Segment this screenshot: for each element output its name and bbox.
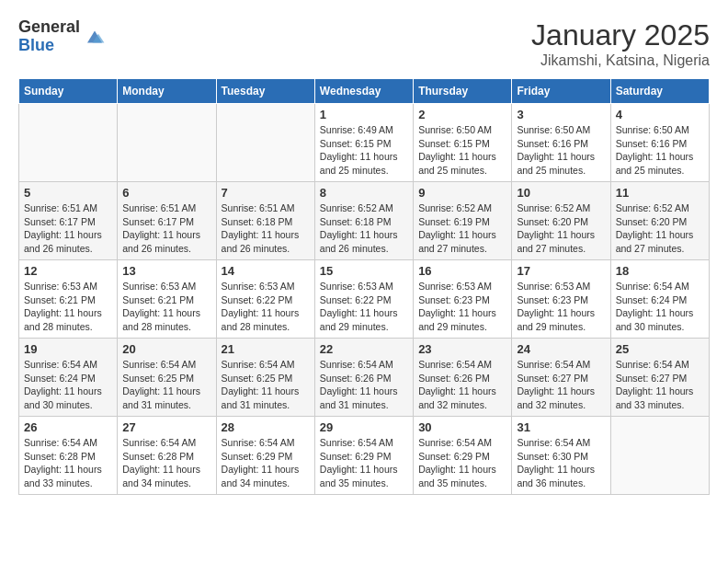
day-number: 15 bbox=[320, 264, 408, 278]
calendar-cell: 25Sunrise: 6:54 AMSunset: 6:27 PMDayligh… bbox=[610, 339, 709, 417]
calendar-cell: 17Sunrise: 6:53 AMSunset: 6:23 PMDayligh… bbox=[512, 260, 610, 339]
day-number: 22 bbox=[320, 342, 408, 356]
day-info: Sunrise: 6:49 AMSunset: 6:15 PMDaylight:… bbox=[320, 123, 408, 178]
calendar-week-row: 26Sunrise: 6:54 AMSunset: 6:28 PMDayligh… bbox=[19, 417, 710, 495]
day-info: Sunrise: 6:53 AMSunset: 6:22 PMDaylight:… bbox=[320, 280, 408, 334]
calendar-cell: 23Sunrise: 6:54 AMSunset: 6:26 PMDayligh… bbox=[414, 339, 512, 417]
day-info: Sunrise: 6:54 AMSunset: 6:28 PMDaylight:… bbox=[24, 436, 112, 490]
day-number: 2 bbox=[418, 108, 506, 121]
calendar-week-row: 12Sunrise: 6:53 AMSunset: 6:21 PMDayligh… bbox=[19, 260, 710, 339]
calendar-cell: 15Sunrise: 6:53 AMSunset: 6:22 PMDayligh… bbox=[314, 260, 413, 339]
calendar-table: SundayMondayTuesdayWednesdayThursdayFrid… bbox=[18, 78, 710, 495]
day-info: Sunrise: 6:54 AMSunset: 6:26 PMDaylight:… bbox=[418, 358, 506, 412]
day-info: Sunrise: 6:54 AMSunset: 6:25 PMDaylight:… bbox=[222, 358, 310, 412]
day-info: Sunrise: 6:53 AMSunset: 6:22 PMDaylight:… bbox=[222, 280, 310, 334]
day-number: 20 bbox=[122, 342, 210, 356]
calendar-cell: 30Sunrise: 6:54 AMSunset: 6:29 PMDayligh… bbox=[414, 417, 512, 495]
calendar-cell: 31Sunrise: 6:54 AMSunset: 6:30 PMDayligh… bbox=[512, 417, 610, 495]
calendar-cell: 14Sunrise: 6:53 AMSunset: 6:22 PMDayligh… bbox=[216, 260, 314, 339]
weekday-header: Monday bbox=[118, 79, 216, 104]
day-info: Sunrise: 6:54 AMSunset: 6:29 PMDaylight:… bbox=[418, 436, 506, 490]
calendar-cell: 8Sunrise: 6:52 AMSunset: 6:18 PMDaylight… bbox=[314, 182, 413, 260]
calendar-cell bbox=[19, 104, 118, 182]
day-info: Sunrise: 6:53 AMSunset: 6:21 PMDaylight:… bbox=[122, 280, 210, 334]
day-info: Sunrise: 6:54 AMSunset: 6:28 PMDaylight:… bbox=[122, 436, 210, 490]
day-number: 24 bbox=[517, 342, 605, 356]
calendar-cell: 2Sunrise: 6:50 AMSunset: 6:15 PMDaylight… bbox=[414, 104, 512, 182]
calendar-cell: 19Sunrise: 6:54 AMSunset: 6:24 PMDayligh… bbox=[19, 339, 118, 417]
day-info: Sunrise: 6:54 AMSunset: 6:24 PMDaylight:… bbox=[24, 358, 112, 412]
day-number: 16 bbox=[418, 264, 506, 278]
calendar-cell: 9Sunrise: 6:52 AMSunset: 6:19 PMDaylight… bbox=[414, 182, 512, 260]
logo-general: General bbox=[18, 18, 80, 37]
weekday-header: Thursday bbox=[414, 79, 512, 104]
day-number: 7 bbox=[222, 186, 310, 200]
day-info: Sunrise: 6:53 AMSunset: 6:23 PMDaylight:… bbox=[517, 280, 605, 334]
day-info: Sunrise: 6:54 AMSunset: 6:30 PMDaylight:… bbox=[517, 436, 605, 490]
calendar-cell: 27Sunrise: 6:54 AMSunset: 6:28 PMDayligh… bbox=[118, 417, 216, 495]
day-number: 25 bbox=[616, 342, 704, 356]
day-info: Sunrise: 6:52 AMSunset: 6:20 PMDaylight:… bbox=[616, 201, 704, 256]
day-number: 21 bbox=[222, 342, 310, 356]
day-number: 19 bbox=[24, 342, 112, 356]
calendar-week-row: 19Sunrise: 6:54 AMSunset: 6:24 PMDayligh… bbox=[19, 339, 710, 417]
day-info: Sunrise: 6:52 AMSunset: 6:19 PMDaylight:… bbox=[418, 201, 506, 256]
weekday-header: Wednesday bbox=[314, 79, 413, 104]
day-info: Sunrise: 6:54 AMSunset: 6:25 PMDaylight:… bbox=[122, 358, 210, 412]
weekday-header: Saturday bbox=[610, 79, 709, 104]
calendar-cell bbox=[610, 417, 709, 495]
calendar-cell: 18Sunrise: 6:54 AMSunset: 6:24 PMDayligh… bbox=[610, 260, 709, 339]
logo: General Blue bbox=[18, 18, 106, 55]
calendar-cell: 4Sunrise: 6:50 AMSunset: 6:16 PMDaylight… bbox=[610, 104, 709, 182]
weekday-header: Tuesday bbox=[216, 79, 314, 104]
calendar-cell: 10Sunrise: 6:52 AMSunset: 6:20 PMDayligh… bbox=[512, 182, 610, 260]
calendar-cell: 6Sunrise: 6:51 AMSunset: 6:17 PMDaylight… bbox=[118, 182, 216, 260]
calendar-cell: 11Sunrise: 6:52 AMSunset: 6:20 PMDayligh… bbox=[610, 182, 709, 260]
calendar-cell bbox=[216, 104, 314, 182]
calendar-cell: 28Sunrise: 6:54 AMSunset: 6:29 PMDayligh… bbox=[216, 417, 314, 495]
logo-blue: Blue bbox=[18, 37, 80, 55]
weekday-header-row: SundayMondayTuesdayWednesdayThursdayFrid… bbox=[19, 79, 710, 104]
day-info: Sunrise: 6:51 AMSunset: 6:17 PMDaylight:… bbox=[122, 201, 210, 256]
calendar-cell: 12Sunrise: 6:53 AMSunset: 6:21 PMDayligh… bbox=[19, 260, 118, 339]
day-info: Sunrise: 6:54 AMSunset: 6:29 PMDaylight:… bbox=[320, 436, 408, 490]
calendar-cell: 3Sunrise: 6:50 AMSunset: 6:16 PMDaylight… bbox=[512, 104, 610, 182]
calendar-cell bbox=[118, 104, 216, 182]
day-number: 8 bbox=[320, 186, 408, 200]
calendar-cell: 22Sunrise: 6:54 AMSunset: 6:26 PMDayligh… bbox=[314, 339, 413, 417]
weekday-header: Sunday bbox=[19, 79, 118, 104]
day-info: Sunrise: 6:54 AMSunset: 6:27 PMDaylight:… bbox=[517, 358, 605, 412]
day-number: 3 bbox=[517, 108, 605, 121]
weekday-header: Friday bbox=[512, 79, 610, 104]
day-number: 28 bbox=[222, 420, 310, 434]
calendar-subtitle: Jikamshi, Katsina, Nigeria bbox=[531, 52, 710, 69]
day-info: Sunrise: 6:53 AMSunset: 6:21 PMDaylight:… bbox=[24, 280, 112, 334]
calendar-cell: 5Sunrise: 6:51 AMSunset: 6:17 PMDaylight… bbox=[19, 182, 118, 260]
day-number: 1 bbox=[320, 108, 408, 121]
day-number: 26 bbox=[24, 420, 112, 434]
day-info: Sunrise: 6:54 AMSunset: 6:27 PMDaylight:… bbox=[616, 358, 704, 412]
day-number: 27 bbox=[122, 420, 210, 434]
day-info: Sunrise: 6:53 AMSunset: 6:23 PMDaylight:… bbox=[418, 280, 506, 334]
day-number: 31 bbox=[517, 420, 605, 434]
calendar-cell: 1Sunrise: 6:49 AMSunset: 6:15 PMDaylight… bbox=[314, 104, 413, 182]
day-info: Sunrise: 6:54 AMSunset: 6:26 PMDaylight:… bbox=[320, 358, 408, 412]
day-number: 11 bbox=[616, 186, 704, 200]
calendar-cell: 13Sunrise: 6:53 AMSunset: 6:21 PMDayligh… bbox=[118, 260, 216, 339]
day-info: Sunrise: 6:50 AMSunset: 6:16 PMDaylight:… bbox=[517, 123, 605, 178]
page-header: General Blue January 2025 Jikamshi, Kats… bbox=[18, 18, 710, 69]
calendar-cell: 29Sunrise: 6:54 AMSunset: 6:29 PMDayligh… bbox=[314, 417, 413, 495]
day-number: 12 bbox=[24, 264, 112, 278]
calendar-cell: 20Sunrise: 6:54 AMSunset: 6:25 PMDayligh… bbox=[118, 339, 216, 417]
day-number: 4 bbox=[616, 108, 704, 121]
day-number: 29 bbox=[320, 420, 408, 434]
calendar-cell: 7Sunrise: 6:51 AMSunset: 6:18 PMDaylight… bbox=[216, 182, 314, 260]
calendar-cell: 21Sunrise: 6:54 AMSunset: 6:25 PMDayligh… bbox=[216, 339, 314, 417]
day-number: 30 bbox=[418, 420, 506, 434]
day-number: 6 bbox=[122, 186, 210, 200]
day-info: Sunrise: 6:51 AMSunset: 6:18 PMDaylight:… bbox=[222, 201, 310, 256]
day-number: 10 bbox=[517, 186, 605, 200]
calendar-title: January 2025 bbox=[531, 18, 710, 52]
day-number: 9 bbox=[418, 186, 506, 200]
day-info: Sunrise: 6:50 AMSunset: 6:16 PMDaylight:… bbox=[616, 123, 704, 178]
